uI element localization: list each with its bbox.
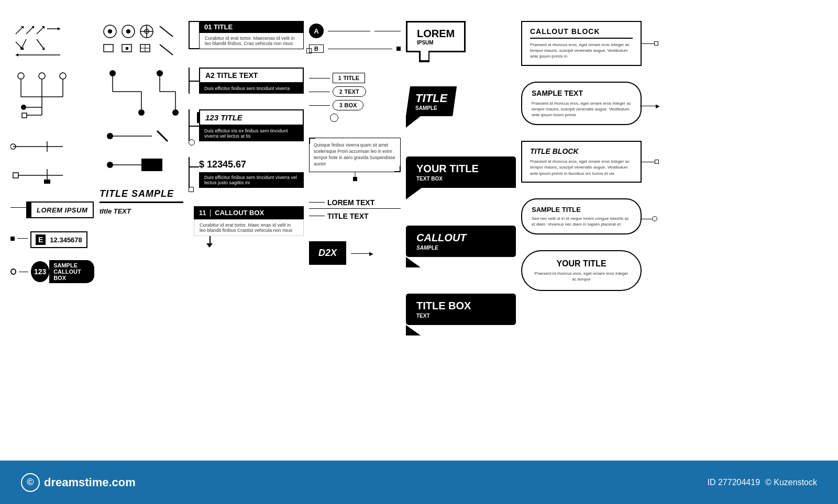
your-title-oval-block: YOUR TITLE Praesent id rhoncus eros, ege…: [521, 250, 642, 291]
circle-number: 123: [31, 261, 49, 282]
title-sample-text: TITLE SAMPLE: [100, 188, 183, 203]
e-letter: E: [36, 234, 46, 245]
box5-header: 11 CALLOUT BOX: [194, 206, 304, 219]
title-text-label: TITLE TEXT: [327, 212, 369, 220]
item2-num: 2: [339, 89, 343, 95]
callout-bubble: CALLOUT SAMPLE: [406, 226, 516, 267]
title-block: TITLE BLOCK Praesent id rhoncus eros, eg…: [521, 141, 642, 183]
svg-point-38: [126, 29, 130, 33]
title-italic-bubble: TITLE SAMPLE: [406, 86, 516, 128]
num-item-3: 3 BOX: [309, 100, 401, 110]
svg-rect-27: [22, 113, 27, 118]
lorem-text-item: LOREM TEXT: [309, 198, 401, 209]
svg-line-63: [157, 131, 168, 141]
item3-box: 3 BOX: [333, 100, 363, 110]
d2x-arrow-line: [351, 253, 369, 254]
title-text-italic: tItle TEXT: [100, 207, 183, 215]
sto-connector: [641, 216, 657, 221]
numbered-list: 1 TITLE 2 TEXT 3 BOX: [309, 73, 401, 122]
main-content: LOREM IPSUM E 12.345678 123 SAMPLE CALLO…: [0, 0, 838, 461]
a-end-line: [374, 31, 401, 31]
box3-body: Duis efficitur iris ex finibus sem tinci…: [199, 126, 304, 141]
svg-line-43: [160, 26, 173, 37]
column-3: 01 TITLE Curabitur id erat tortor. Maece…: [189, 16, 304, 445]
e-label-box: E 12.345678: [30, 231, 87, 248]
cb1-line: [642, 43, 655, 44]
line-2: [309, 92, 330, 92]
svg-point-18: [60, 73, 66, 79]
box3-title-area: 123 TITLE: [199, 109, 304, 126]
square-bar-connector: [100, 154, 181, 175]
your-title-tail: [406, 188, 427, 199]
box4-body: Duis efficitur finibus sem tincidunt viv…: [199, 172, 304, 188]
sto-circle: [652, 216, 657, 221]
svg-rect-34: [44, 180, 50, 184]
footer-logo-text: dreamstime.com: [44, 476, 136, 489]
footer-id: ID 277204419: [708, 478, 760, 487]
a-line: [328, 31, 370, 31]
square-icon: [10, 237, 15, 241]
label-box-lorem: LOREM IPSUM: [26, 201, 94, 218]
box3-title: 123 TITLE: [205, 113, 242, 122]
box1-title: 01 TITLE: [199, 21, 304, 33]
title-box-4: $ 12345.67 Duis efficitur finibus sem ti…: [199, 157, 304, 188]
svg-point-60: [172, 109, 179, 116]
yto-body: Praesent id rhoncus eros, eget ornare er…: [533, 271, 630, 282]
sto-line: [641, 219, 652, 219]
tbi-title: TITLE BLOCK: [530, 147, 633, 155]
circuit-l-connectors: [100, 65, 181, 118]
callout-label: SAMPLE CALLOUT BOX: [49, 260, 94, 283]
circle-callout: 123 SAMPLE CALLOUT BOX: [10, 260, 94, 283]
num-item-1: 1 TITLE: [309, 73, 401, 83]
box5-title: CALLOUT BOX: [215, 209, 264, 217]
lorem-ipsum-text: LOREM IPSUM: [31, 206, 93, 214]
svg-rect-66: [141, 159, 162, 171]
dot-dash-connector: [100, 126, 181, 147]
b-line: [328, 49, 392, 49]
footer-logo: © dreamstime.com: [21, 473, 136, 492]
callout-box: CALLOUT SAMPLE: [406, 226, 516, 257]
your-title-box: YOUR TITLE TEXT BOX: [406, 156, 516, 188]
svg-point-17: [39, 73, 45, 79]
title-box-inner: TITLE BOX TEXT: [406, 294, 516, 325]
bottom-circle: [330, 114, 338, 122]
callout-box-text: CALLOUT BOX: [53, 268, 90, 281]
box2-body: Duis efficitur finibus sem tincidunt viv…: [199, 83, 304, 94]
sample-title-block: SAMPLE TITLE Sed nec velit ut in et nequ…: [521, 198, 642, 234]
title-text-item: TITLE TEXT: [309, 212, 401, 220]
svg-marker-15: [16, 53, 18, 57]
b-item: B: [309, 44, 401, 53]
callout-tail: [406, 257, 421, 267]
sto-body: Sed nec velit ut in et neque lorem congu…: [532, 216, 631, 227]
title-text-row: TITLE TEXT: [309, 212, 401, 220]
column-5: LOREM IPSUM TITLE SAMPLE YOUR TITLE TEXT…: [406, 16, 516, 445]
lt-hr: [309, 208, 401, 209]
d2x-arrow-head: ▶: [369, 251, 373, 256]
column-1: LOREM IPSUM E 12.345678 123 SAMPLE CALLO…: [10, 16, 94, 445]
lorem-title: LOREM: [417, 28, 455, 40]
circle-outline-icon: [10, 268, 16, 275]
item3-num: 3: [339, 103, 343, 108]
title-italic-box: TITLE SAMPLE: [406, 86, 457, 116]
callout-sub-text: SAMPLE: [416, 245, 505, 251]
column-2: TITLE SAMPLE tItle TEXT: [100, 16, 183, 445]
callout-title-text: CALLOUT: [416, 232, 505, 244]
ab-group: A B: [309, 24, 401, 57]
svg-point-55: [138, 109, 145, 116]
line-1: [309, 78, 330, 79]
tt-line: [309, 216, 325, 216]
sto-title: SAMPLE TITLE: [532, 206, 631, 214]
item1-label: TITLE: [344, 75, 360, 81]
title-box-tail: [406, 325, 421, 335]
a-circle: A: [309, 24, 324, 38]
callout-block-1: CALLOUT BLOCK Praesent id rhoncus eros, …: [521, 21, 642, 66]
line-left: [17, 238, 28, 239]
svg-point-36: [108, 29, 112, 33]
title-italic-sub: SAMPLE: [415, 105, 447, 111]
box5-body: Curabitur id erat tortor. Maec enas id v…: [194, 219, 304, 236]
box2-title: A2 TITLE TEXT: [205, 71, 297, 80]
svg-line-50: [160, 44, 173, 55]
box1-body: Curabitur id erat tortor. Maecenas id ve…: [199, 33, 304, 49]
label-stripe: [27, 203, 31, 217]
num-item-2: 2 TEXT: [309, 86, 401, 97]
